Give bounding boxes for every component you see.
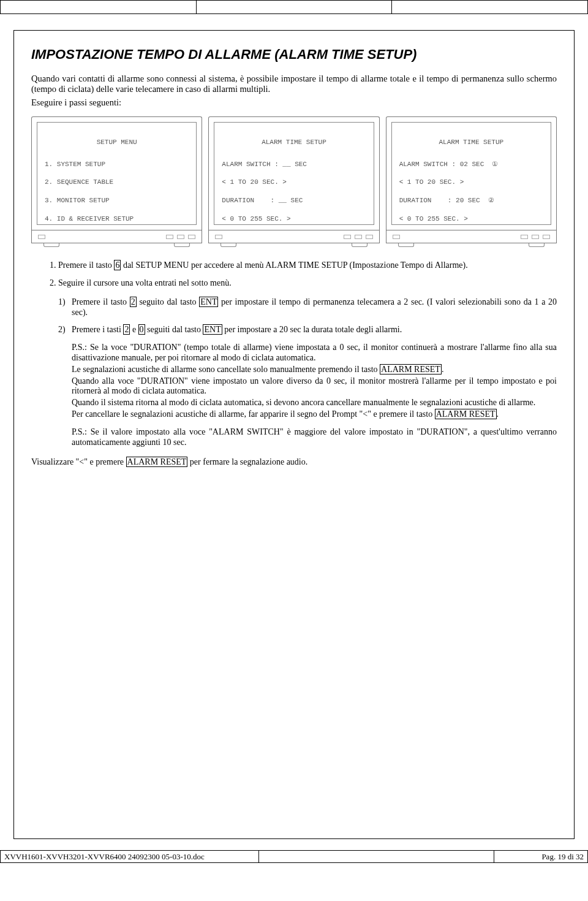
key-box: ALARM RESET bbox=[126, 457, 188, 467]
screen-title: SETUP MENU bbox=[45, 138, 189, 147]
ps-line: P.S.: Se la voce "DURATION" (tempo total… bbox=[72, 343, 557, 363]
monitor-screen: ALARM TIME SETUP ALARM SWITCH : 02 SEC ①… bbox=[391, 122, 551, 225]
monitor-feet bbox=[386, 243, 557, 247]
base-button-icon bbox=[188, 235, 195, 239]
ps-line: Per cancellare le segnalazioni acustiche… bbox=[72, 409, 557, 420]
t: per impostare a 20 sec la durata totale … bbox=[222, 325, 402, 334]
step-1: Premere il tasto 6 dal SETUP MENU per ac… bbox=[58, 260, 557, 271]
monitor-3: ALARM TIME SETUP ALARM SWITCH : 02 SEC ①… bbox=[386, 116, 557, 247]
t: . bbox=[442, 365, 444, 374]
step-text: Premere il tasto bbox=[58, 260, 114, 270]
base-button-icon bbox=[543, 235, 550, 239]
foot-icon bbox=[221, 243, 236, 247]
t: per fermare la segnalazione audio. bbox=[187, 457, 307, 466]
footer-mid bbox=[258, 851, 494, 863]
t: Premere i tasti bbox=[72, 325, 123, 334]
monitors-row: SETUP MENU 1. SYSTEM SETUP 2. SEQUENCE T… bbox=[31, 116, 557, 247]
ps-line: Quando il sistema ritorna al modo di cic… bbox=[72, 398, 557, 408]
monitor-bezel: ALARM TIME SETUP ALARM SWITCH : __ SEC <… bbox=[208, 116, 379, 230]
final-line: Visualizzare "<" e premere ALARM RESET p… bbox=[31, 457, 557, 468]
screen-line: < 0 TO 255 SEC. > bbox=[399, 215, 543, 224]
footer-table: XVVH1601-XVVH3201-XVVR6400 24092300 05-0… bbox=[0, 850, 588, 863]
screen-line: 2. SEQUENCE TABLE bbox=[45, 178, 189, 187]
t: . bbox=[497, 409, 499, 419]
screen-line: < 0 TO 255 SEC. > bbox=[222, 215, 366, 224]
monitor-screen: SETUP MENU 1. SYSTEM SETUP 2. SEQUENCE T… bbox=[37, 122, 197, 225]
sub-step-1: 1) Premere il tasto 2 seguito dal tasto … bbox=[72, 297, 557, 318]
screen-line: 3. MONITOR SETUP bbox=[45, 196, 189, 205]
ps-line: Quando alla voce "DURATION" viene impost… bbox=[72, 376, 557, 397]
screen-line: 4. ID & RECEIVER SETUP bbox=[45, 215, 189, 224]
key-box: ENT bbox=[203, 324, 222, 335]
base-button-icon bbox=[366, 235, 373, 239]
screen-line: ALARM SWITCH : __ SEC bbox=[222, 160, 366, 169]
footer-left: XVVH1601-XVVH3201-XVVR6400 24092300 05-0… bbox=[1, 851, 259, 863]
monitor-base bbox=[386, 230, 557, 243]
steps-list: Premere il tasto 6 dal SETUP MENU per ac… bbox=[31, 260, 557, 447]
foot-icon bbox=[174, 243, 190, 247]
screen-line: 1. SYSTEM SETUP bbox=[45, 160, 189, 169]
ps-line: Le segnalazioni acustiche di allarme son… bbox=[72, 365, 557, 375]
foot-icon bbox=[529, 243, 545, 247]
key-box: 6 bbox=[114, 260, 121, 270]
step-text: Seguire il cursore una volta entrati nel… bbox=[58, 278, 232, 287]
page-frame: IMPOSTAZIONE TEMPO DI ALLARME (ALARM TIM… bbox=[13, 30, 575, 839]
footer-right: Pag. 19 di 32 bbox=[494, 851, 587, 863]
key-box: 2 bbox=[123, 324, 130, 335]
screen-line: DURATION : __ SEC bbox=[222, 196, 366, 205]
key-box: 2 bbox=[130, 297, 137, 307]
page-title: IMPOSTAZIONE TEMPO DI ALLARME (ALARM TIM… bbox=[31, 47, 557, 63]
t: Per cancellare le segnalazioni acustiche… bbox=[72, 409, 435, 419]
top-empty-table bbox=[0, 0, 588, 14]
screen-line: DURATION : 20 SEC ② bbox=[399, 196, 543, 205]
t: seguiti dal tasto bbox=[145, 325, 203, 334]
monitor-bezel: ALARM TIME SETUP ALARM SWITCH : 02 SEC ①… bbox=[386, 116, 557, 230]
monitor-base bbox=[31, 230, 202, 243]
foot-icon bbox=[398, 243, 414, 247]
ps-line: P.S.: Se il valore impostato alla voce "… bbox=[72, 427, 557, 448]
foot-icon bbox=[352, 243, 368, 247]
foot-icon bbox=[43, 243, 59, 247]
screen-line: < 1 TO 20 SEC. > bbox=[222, 178, 366, 187]
key-box: 0 bbox=[138, 324, 145, 335]
base-button-icon bbox=[532, 235, 539, 239]
monitor-base bbox=[208, 230, 379, 243]
base-button-icon bbox=[38, 235, 45, 239]
t: Premere il tasto bbox=[72, 297, 130, 306]
t: seguito dal tasto bbox=[137, 297, 200, 306]
screen-line: < 1 TO 20 SEC. > bbox=[399, 178, 543, 187]
key-box: ALARM RESET bbox=[380, 364, 442, 374]
sub-steps: 1) Premere il tasto 2 seguito dal tasto … bbox=[58, 297, 557, 335]
base-button-icon bbox=[166, 235, 173, 239]
monitor-2: ALARM TIME SETUP ALARM SWITCH : __ SEC <… bbox=[208, 116, 379, 247]
screen-title: ALARM TIME SETUP bbox=[222, 138, 366, 147]
t: Visualizzare "<" e premere bbox=[31, 457, 126, 466]
t: e bbox=[130, 325, 138, 334]
intro-paragraph: Quando vari contatti di allarme sono con… bbox=[31, 74, 557, 95]
base-button-icon bbox=[355, 235, 362, 239]
base-button-icon bbox=[393, 235, 400, 239]
monitor-1: SETUP MENU 1. SYSTEM SETUP 2. SEQUENCE T… bbox=[31, 116, 202, 247]
screen-title: ALARM TIME SETUP bbox=[399, 138, 543, 147]
screen-line: ALARM SWITCH : 02 SEC ① bbox=[399, 160, 543, 169]
step-text: dal SETUP MENU per accedere al menù ALAR… bbox=[121, 260, 467, 270]
monitor-screen: ALARM TIME SETUP ALARM SWITCH : __ SEC <… bbox=[214, 122, 374, 225]
base-button-icon bbox=[521, 235, 528, 239]
base-button-icon bbox=[344, 235, 351, 239]
monitor-bezel: SETUP MENU 1. SYSTEM SETUP 2. SEQUENCE T… bbox=[31, 116, 202, 230]
base-button-icon bbox=[215, 235, 222, 239]
key-box: ENT bbox=[199, 297, 218, 307]
monitor-feet bbox=[208, 243, 379, 247]
intro-follow: Eseguire i passi seguenti: bbox=[31, 97, 557, 108]
monitor-feet bbox=[31, 243, 202, 247]
sub-num: 1) bbox=[58, 297, 66, 308]
sub-num: 2) bbox=[58, 325, 66, 335]
ps-block: P.S.: Se la voce "DURATION" (tempo total… bbox=[58, 343, 557, 447]
step-2: Seguire il cursore una volta entrati nel… bbox=[58, 278, 557, 447]
base-button-icon bbox=[177, 235, 184, 239]
key-box: ALARM RESET bbox=[435, 409, 497, 419]
t: Le segnalazioni acustiche di allarme son… bbox=[72, 365, 380, 374]
sub-step-2: 2) Premere i tasti 2 e 0 seguiti dal tas… bbox=[72, 325, 557, 335]
